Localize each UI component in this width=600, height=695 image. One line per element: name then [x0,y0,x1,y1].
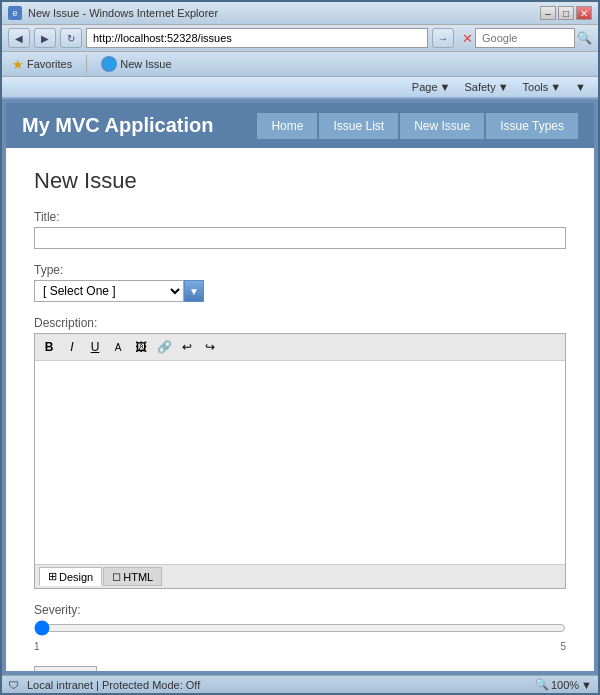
menu-bar: Page ▼ Safety ▼ Tools ▼ ▼ [2,77,598,99]
bold-button[interactable]: B [39,337,59,357]
nav-issue-types[interactable]: Issue Types [486,113,578,139]
type-select[interactable]: [ Select One ] [34,280,184,302]
slider-max-label: 5 [560,641,566,652]
window-controls: – □ ✕ [540,6,592,20]
go-button[interactable]: → [432,28,454,48]
menu-right: Page ▼ Safety ▼ Tools ▼ ▼ [406,79,592,95]
safety-menu-arrow: ▼ [498,81,509,93]
app-header: My MVC Application Home Issue List New I… [6,103,594,148]
image-button[interactable]: 🖼 [131,337,151,357]
zoom-control[interactable]: 🔍 100% ▼ [535,678,592,691]
extra-menu-label: ▼ [575,81,586,93]
tab-label: New Issue [120,58,171,70]
editor-toolbar: B I U A 🖼 🔗 ↩ ↪ [35,334,565,361]
nav-links: Home Issue List New Issue Issue Types [257,113,578,139]
status-text: Local intranet | Protected Mode: Off [27,679,527,691]
slider-min-label: 1 [34,641,40,652]
address-input[interactable] [86,28,428,48]
design-tab-icon: ⊞ [48,570,57,583]
link-button[interactable]: 🔗 [154,337,174,357]
page-menu-arrow: ▼ [440,81,451,93]
address-bar: ◀ ▶ ↻ → ✕ 🔍 [2,25,598,52]
rich-text-editor: B I U A 🖼 🔗 ↩ ↪ ⊞ Design [34,333,566,589]
search-icon: ✕ [462,31,473,46]
app-wrapper: My MVC Application Home Issue List New I… [2,99,598,675]
type-group: Type: [ Select One ] ▼ [34,263,566,302]
title-bar: e New Issue - Windows Internet Explorer … [2,2,598,25]
star-icon: ★ [12,57,24,72]
color-button[interactable]: A [108,337,128,357]
description-label: Description: [34,316,566,330]
title-group: Title: [34,210,566,249]
html-tab-icon: ◻ [112,570,121,583]
close-button[interactable]: ✕ [576,6,592,20]
title-input[interactable] [34,227,566,249]
restore-button[interactable]: □ [558,6,574,20]
extra-menu[interactable]: ▼ [569,79,592,95]
forward-button[interactable]: ▶ [34,28,56,48]
favorites-label: Favorites [27,58,72,70]
redo-button[interactable]: ↪ [200,337,220,357]
zoom-arrow: ▼ [581,679,592,691]
nav-issue-list[interactable]: Issue List [319,113,398,139]
nav-new-issue[interactable]: New Issue [400,113,484,139]
back-button[interactable]: ◀ [8,28,30,48]
page-menu-label: Page [412,81,438,93]
tools-menu-arrow: ▼ [550,81,561,93]
editor-footer: ⊞ Design ◻ HTML [35,564,565,588]
zoom-icon: 🔍 [535,678,549,691]
select-dropdown-btn[interactable]: ▼ [184,280,204,302]
shield-icon: 🛡 [8,679,19,691]
undo-button[interactable]: ↩ [177,337,197,357]
tab-item[interactable]: 🌐 New Issue [97,54,175,74]
browser-window: e New Issue - Windows Internet Explorer … [0,0,600,695]
toolbar-separator [86,55,87,73]
severity-group: Severity: 1 5 [34,603,566,652]
underline-button[interactable]: U [85,337,105,357]
status-bar: 🛡 Local intranet | Protected Mode: Off 🔍… [2,675,598,693]
app-title: My MVC Application [22,114,257,137]
type-label: Type: [34,263,566,277]
slider-labels: 1 5 [34,641,566,652]
description-textarea[interactable] [35,361,565,561]
html-tab-label: HTML [123,571,153,583]
browser-toolbar: ★ Favorites 🌐 New Issue [2,52,598,77]
window-title: New Issue - Windows Internet Explorer [28,7,534,19]
italic-button[interactable]: I [62,337,82,357]
ie-page-icon: 🌐 [101,56,117,72]
type-select-wrapper: [ Select One ] ▼ [34,280,566,302]
main-content: New Issue Title: Type: [ Select One ] ▼ … [6,148,594,671]
submit-button[interactable]: Submit [34,666,97,671]
page-title: New Issue [34,168,566,194]
search-submit-icon[interactable]: 🔍 [577,31,592,45]
safety-menu-label: Safety [464,81,495,93]
nav-home[interactable]: Home [257,113,317,139]
favorites-button[interactable]: ★ Favorites [8,55,76,74]
search-input[interactable] [475,28,575,48]
description-group: Description: B I U A 🖼 🔗 ↩ ↪ [34,316,566,589]
minimize-button[interactable]: – [540,6,556,20]
page-menu[interactable]: Page ▼ [406,79,457,95]
design-tab-label: Design [59,571,93,583]
zoom-label: 100% [551,679,579,691]
severity-slider[interactable] [34,620,566,636]
title-label: Title: [34,210,566,224]
tools-menu[interactable]: Tools ▼ [517,79,568,95]
safety-menu[interactable]: Safety ▼ [458,79,514,95]
design-tab[interactable]: ⊞ Design [39,567,102,586]
submit-group: Submit [34,666,566,671]
refresh-button[interactable]: ↻ [60,28,82,48]
ie-logo: e [8,6,22,20]
html-tab[interactable]: ◻ HTML [103,567,162,586]
severity-label: Severity: [34,603,566,617]
tools-menu-label: Tools [523,81,549,93]
